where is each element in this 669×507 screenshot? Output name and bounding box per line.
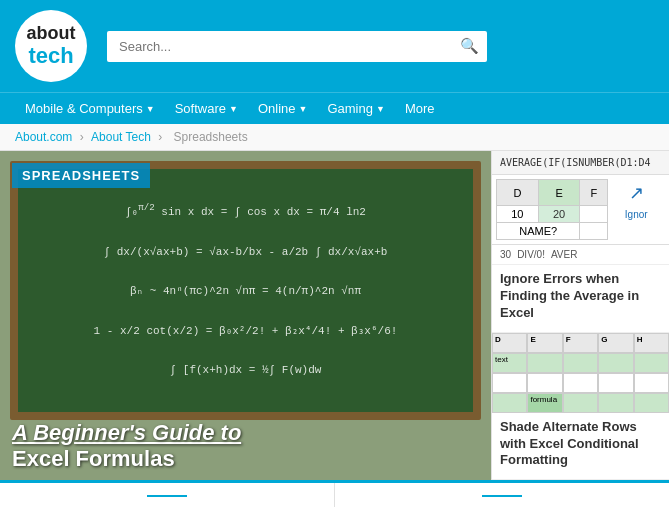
breadcrumb-current: Spreadsheets	[174, 130, 248, 144]
bottom-section-latest: THE LATEST IN SPREADSHEETS	[335, 483, 669, 507]
col-header-e: E	[538, 180, 580, 206]
category-badge: SPREADSHEETS	[12, 163, 150, 188]
chevron-down-icon: ▼	[376, 104, 385, 114]
article-2-image: D E F G H text	[492, 333, 669, 413]
sidebar-article-1[interactable]: Ignore Errors when Finding the Average i…	[492, 265, 669, 333]
ignore-label: Ignor	[608, 206, 665, 223]
section-divider	[147, 495, 187, 497]
cell-f2	[580, 223, 608, 240]
label-30: 30	[500, 249, 511, 260]
preview-row: D E F G H	[492, 333, 669, 353]
cell-f1	[580, 206, 608, 223]
chevron-down-icon: ▼	[146, 104, 155, 114]
sidebar-article-2[interactable]: Shade Alternate Rows with Excel Conditio…	[492, 413, 669, 481]
col-header-d: D	[497, 180, 539, 206]
search-bar: 🔍	[107, 31, 487, 62]
cell-d1: 10	[497, 206, 539, 223]
ignore-arrow: ↗	[608, 180, 665, 206]
preview-row: text	[492, 353, 669, 373]
bottom-sections: OUR SPREADSHEETS EXPERT THE LATEST IN SP…	[0, 480, 669, 507]
preview-table: D E F ↗ 10 20 Ignor NAME?	[496, 179, 665, 240]
chevron-down-icon: ▼	[299, 104, 308, 114]
search-input[interactable]	[107, 31, 487, 62]
chalkboard-image: ∫₀π/2 sin x dx = ∫ cos x dx = π/4 ln2 ∫ …	[10, 161, 481, 420]
logo[interactable]: about tech	[15, 10, 87, 82]
label-aver: AVER	[551, 249, 578, 260]
article-1-title: Ignore Errors when Finding the Average i…	[500, 271, 661, 322]
col-header-f: F	[580, 180, 608, 206]
nav-item-gaming[interactable]: Gaming ▼	[317, 93, 394, 124]
hero-title: A Beginner's Guide to Excel Formulas	[12, 420, 479, 473]
bottom-section-expert: OUR SPREADSHEETS EXPERT	[0, 483, 335, 507]
formula-bar: AVERAGE(IF(ISNUMBER(D1:D4	[492, 151, 669, 175]
sidebar: AVERAGE(IF(ISNUMBER(D1:D4 D E F ↗ 10 20 …	[491, 151, 669, 480]
label-div: DIV/0!	[517, 249, 545, 260]
search-button[interactable]: 🔍	[460, 37, 479, 55]
preview-row: formula	[492, 393, 669, 413]
breadcrumb: About.com › About Tech › Spreadsheets	[0, 124, 669, 151]
breadcrumb-link-aboutcom[interactable]: About.com	[15, 130, 72, 144]
breadcrumb-separator: ›	[158, 130, 165, 144]
nav-item-software[interactable]: Software ▼	[165, 93, 248, 124]
breadcrumb-link-abouttech[interactable]: About Tech	[91, 130, 151, 144]
main-content: SPREADSHEETS ∫₀π/2 sin x dx = ∫ cos x dx…	[0, 151, 669, 480]
nav-item-more[interactable]: More	[395, 93, 445, 124]
preview-row	[492, 373, 669, 393]
nav-item-mobile[interactable]: Mobile & Computers ▼	[15, 93, 165, 124]
spreadsheet-preview: D E F ↗ 10 20 Ignor NAME?	[492, 175, 669, 245]
chevron-down-icon: ▼	[229, 104, 238, 114]
preview-grid: D E F G H text	[492, 333, 669, 413]
chalkboard-formulas: ∫₀π/2 sin x dx = ∫ cos x dx = π/4 ln2 ∫ …	[84, 190, 408, 391]
cell-name-error: NAME?	[497, 223, 580, 240]
hero-heading: A Beginner's Guide to Excel Formulas	[12, 420, 479, 473]
logo-text: about tech	[27, 24, 76, 68]
article-2-title: Shade Alternate Rows with Excel Conditio…	[500, 419, 661, 470]
hero-area: SPREADSHEETS ∫₀π/2 sin x dx = ∫ cos x dx…	[0, 151, 491, 480]
nav: Mobile & Computers ▼ Software ▼ Online ▼…	[0, 92, 669, 124]
breadcrumb-separator: ›	[80, 130, 87, 144]
article-labels: 30 DIV/0! AVER	[492, 245, 669, 265]
nav-item-online[interactable]: Online ▼	[248, 93, 318, 124]
header: about tech 🔍	[0, 0, 669, 92]
section-divider	[482, 495, 522, 497]
cell-e1: 20	[538, 206, 580, 223]
